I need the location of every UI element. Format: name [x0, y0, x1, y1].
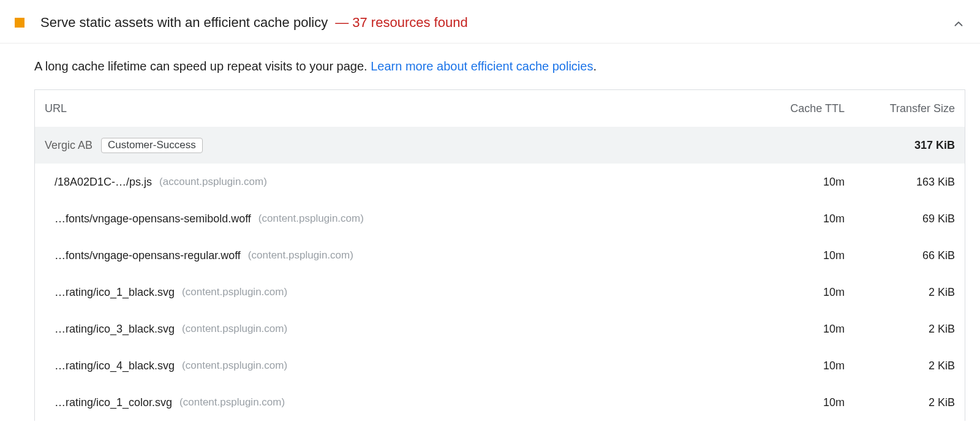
url-path: …fonts/vngage-opensans-regular.woff	[55, 249, 241, 262]
transfer-size: 2 KiB	[845, 360, 955, 372]
cache-ttl: 10m	[747, 323, 845, 336]
chevron-up-icon[interactable]	[952, 17, 965, 31]
table-row[interactable]: …rating/ico_3_black.svg (content.psplugi…	[35, 311, 965, 347]
audit-subtitle: — 37 resources found	[335, 15, 467, 31]
audit-header[interactable]: Serve static assets with an efficient ca…	[0, 0, 980, 43]
table-header-row: URL Cache TTL Transfer Size	[35, 90, 965, 127]
url-path: /18A02D1C-…/ps.js	[55, 176, 152, 189]
audit-panel: Serve static assets with an efficient ca…	[0, 0, 980, 421]
cache-ttl: 10m	[747, 396, 845, 409]
url-origin: (content.psplugin.com)	[258, 213, 364, 225]
col-header-size: Transfer Size	[845, 102, 955, 115]
table-row[interactable]: …rating/ico_1_black.svg (content.psplugi…	[35, 274, 965, 311]
url-origin: (content.psplugin.com)	[182, 286, 287, 298]
url-path: …rating/ico_4_black.svg	[55, 360, 175, 372]
transfer-size: 2 KiB	[845, 286, 955, 299]
transfer-size: 163 KiB	[845, 176, 955, 189]
cache-ttl: 10m	[747, 249, 845, 262]
url-origin: (content.psplugin.com)	[182, 360, 287, 372]
learn-more-link[interactable]: Learn more about efficient cache policie…	[371, 59, 593, 73]
table-row[interactable]: …rating/ico_4_black.svg (content.psplugi…	[35, 347, 965, 384]
url-origin: (content.psplugin.com)	[182, 323, 287, 335]
group-chip: Customer-Success	[101, 138, 203, 153]
table-row[interactable]: …fonts/vngage-opensans-regular.woff (con…	[35, 237, 965, 274]
col-header-ttl: Cache TTL	[747, 102, 845, 115]
url-path: …rating/ico_1_black.svg	[55, 286, 175, 299]
url-origin: (content.psplugin.com)	[179, 396, 285, 409]
resource-table: URL Cache TTL Transfer Size Vergic AB Cu…	[34, 89, 965, 421]
group-row[interactable]: Vergic AB Customer-Success 317 KiB	[35, 127, 965, 164]
url-path: …rating/ico_1_color.svg	[55, 396, 172, 409]
table-row[interactable]: …fonts/vngage-opensans-semibold.woff (co…	[35, 200, 965, 237]
transfer-size: 69 KiB	[845, 213, 955, 225]
url-origin: (account.psplugin.com)	[159, 176, 267, 188]
status-square-icon	[15, 18, 24, 28]
url-path: …rating/ico_3_black.svg	[55, 323, 175, 336]
col-header-url: URL	[45, 102, 747, 115]
table-row[interactable]: …rating/ico_1_color.svg (content.psplugi…	[35, 384, 965, 421]
table-row[interactable]: /18A02D1C-…/ps.js (account.psplugin.com)…	[35, 164, 965, 200]
cache-ttl: 10m	[747, 286, 845, 299]
description-suffix: .	[593, 59, 597, 73]
group-name: Vergic AB	[45, 139, 92, 152]
audit-description: A long cache lifetime can speed up repea…	[0, 43, 980, 89]
transfer-size: 2 KiB	[845, 323, 955, 336]
url-path: …fonts/vngage-opensans-semibold.woff	[55, 213, 251, 225]
audit-title: Serve static assets with an efficient ca…	[40, 15, 328, 31]
cache-ttl: 10m	[747, 360, 845, 372]
group-total: 317 KiB	[845, 139, 955, 152]
transfer-size: 2 KiB	[845, 396, 955, 409]
cache-ttl: 10m	[747, 213, 845, 225]
transfer-size: 66 KiB	[845, 249, 955, 262]
description-text: A long cache lifetime can speed up repea…	[34, 59, 371, 73]
cache-ttl: 10m	[747, 176, 845, 189]
url-origin: (content.psplugin.com)	[248, 249, 353, 262]
